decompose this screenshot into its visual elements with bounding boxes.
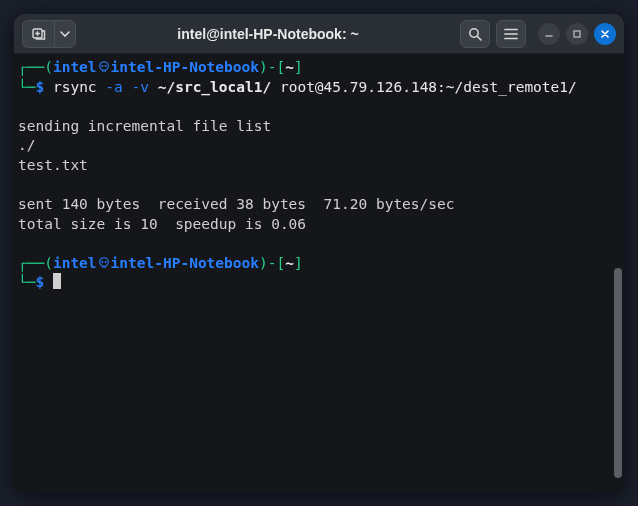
prompt2-cwd: ~ [285,255,294,271]
output-l5: total size is 10 speedup is 0.06 [18,216,306,232]
maximize-button[interactable] [566,23,588,45]
prompt-close: ] [294,59,303,75]
prompt-sep: )-[ [259,59,285,75]
titlebar-left-group [22,20,76,48]
scrollbar[interactable] [614,58,624,488]
prompt2-line-2: └─ [18,274,35,290]
output-l2: ./ [18,137,35,153]
cmd-dest: root@45.79.126.148:~/dest_remote1/ [280,79,577,95]
terminal-cursor [53,273,61,289]
cmd-program: rsync [53,79,97,95]
prompt2-symbol: $ [35,274,44,290]
output-l4: sent 140 bytes received 38 bytes 71.20 b… [18,196,455,212]
terminal-window: intel@intel-HP-Notebook: ~ [14,14,624,492]
prompt-symbol: $ [35,79,44,95]
prompt2-line-1: ┌──( [18,255,53,271]
prompt-line-2: └─ [18,79,35,95]
cmd-flags: -a -v [105,79,149,95]
prompt2-user: intel [53,255,97,271]
search-icon [468,27,482,41]
prompt2-sep: )-[ [259,255,285,271]
prompt2-close: ] [294,255,303,271]
minimize-icon [544,29,554,39]
new-tab-button[interactable] [22,20,54,48]
terminal-content: ┌──(intelintel-HP-Notebook)-[~] └─$ rsyn… [18,58,614,488]
prompt-user: intel [53,59,97,75]
output-l3: test.txt [18,157,88,173]
close-icon [600,29,610,39]
maximize-icon [572,29,582,39]
terminal-area[interactable]: ┌──(intelintel-HP-Notebook)-[~] └─$ rsyn… [14,54,624,492]
svg-rect-2 [574,31,580,37]
titlebar-right-group [460,20,616,48]
svg-point-5 [104,65,106,67]
window-controls [538,23,616,45]
svg-point-4 [101,65,103,67]
prompt-line-1: ┌──( [18,59,53,75]
hamburger-icon [504,28,518,40]
output-l1: sending incremental file list [18,118,271,134]
scrollbar-thumb[interactable] [614,268,622,478]
close-button[interactable] [594,23,616,45]
svg-point-8 [104,261,106,263]
menu-button[interactable] [496,20,526,48]
prompt-host: intel-HP-Notebook [111,59,259,75]
skull-icon-2 [97,256,111,270]
svg-point-7 [101,261,103,263]
svg-point-3 [99,62,108,71]
prompt-cwd: ~ [285,59,294,75]
new-tab-icon [32,27,46,41]
new-tab-dropdown-button[interactable] [54,20,76,48]
svg-point-6 [99,257,108,266]
skull-icon [97,60,111,74]
cmd-src: ~/src_local1/ [158,79,272,95]
search-button[interactable] [460,20,490,48]
titlebar: intel@intel-HP-Notebook: ~ [14,14,624,54]
chevron-down-icon [60,31,70,37]
prompt2-host: intel-HP-Notebook [111,255,259,271]
minimize-button[interactable] [538,23,560,45]
window-title: intel@intel-HP-Notebook: ~ [84,26,452,42]
